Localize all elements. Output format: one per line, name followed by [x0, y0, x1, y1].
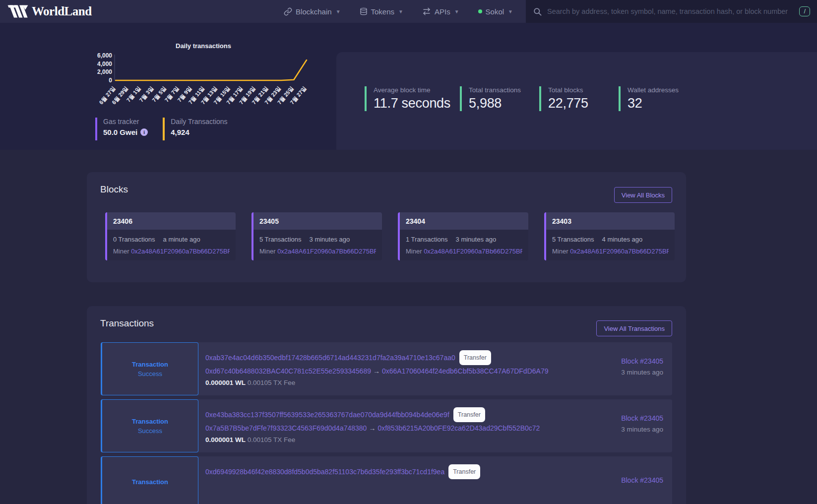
transaction-status: Success [138, 427, 162, 435]
search-bar: / [526, 0, 817, 23]
transaction-hash-link[interactable]: 0xe43ba383cc137f3507ff5639533e265363767d… [205, 411, 449, 419]
transaction-block-link[interactable]: Block #23405 [621, 414, 663, 422]
stat-label: Average block time [374, 86, 450, 94]
transaction-hash-link[interactable]: 0xd6949928b46f42e8830d8fd5b0d5ba82f51103… [205, 468, 444, 476]
miner-label: Miner [406, 248, 422, 255]
block-age: 3 minutes ago [456, 236, 497, 243]
nav-menu-apis[interactable]: APIs ▼ [422, 7, 459, 16]
mini-stats: Gas tracker 50.0 Gwei i Daily Transactio… [95, 118, 228, 140]
block-number-link[interactable]: 23405 [259, 217, 279, 225]
stat-wallet-addresses: Wallet addresses 32 [619, 86, 679, 111]
transactions-panel: Transactions View All Transactions Trans… [87, 306, 686, 504]
transaction-age: 3 minutes ago [621, 426, 663, 433]
transaction-row: Transaction 0xd6949928b46f42e8830d8fd5b0… [101, 456, 672, 504]
daily-transactions-chart-plot: 02,0004,0006,0006월 27일6월 29일7월 1일7월 3일7월… [94, 51, 313, 118]
transaction-row: Transaction Success 0xe43ba383cc137f3507… [101, 399, 672, 452]
brand-logo[interactable]: WorldLand [0, 4, 92, 19]
transaction-status: Success [138, 370, 162, 378]
search-input[interactable] [547, 7, 794, 15]
miner-address-link[interactable]: 0x2a48A61F20960a7Bb66D275BF... [424, 248, 522, 255]
from-address-link[interactable]: 0xd67c40b6488032BAC40C781c52E55e25933456… [205, 367, 371, 375]
to-address-link[interactable]: 0x66A17060464f24edb6Cbf5b38CC47A67DFdD6A… [382, 367, 548, 375]
miner-address-link[interactable]: 0x2a48A61F20960a7Bb66D275BF... [131, 248, 230, 255]
daily-transactions-stat: Daily Transactions 4,924 [163, 118, 227, 140]
chevron-down-icon: ▼ [398, 9, 403, 14]
block-tx-count: 0 Transactions [113, 236, 155, 243]
to-address-link[interactable]: 0xf853b6215A20b0FE92ca62D43ad29Cbf552B0c… [377, 424, 540, 432]
block-age: a minute ago [163, 236, 200, 243]
svg-text:2,000: 2,000 [97, 68, 112, 75]
miner-address-link[interactable]: 0x2a48A61F20960a7Bb66D275BF... [277, 248, 376, 255]
info-icon[interactable]: i [140, 128, 148, 136]
transaction-status-box: Transaction [101, 456, 198, 504]
nav-menus: Blockchain ▼ Tokens ▼ APIs ▼ Sokol ▼ [284, 7, 526, 16]
stat-value: 11.7 seconds [374, 96, 450, 111]
miner-address-link[interactable]: 0x2a48A61F20960a7Bb66D275BF... [570, 248, 669, 255]
nav-menu-label: Sokol [486, 7, 504, 16]
transaction-hash-link[interactable]: 0xab37e4ac04d6b350edbf17428b665d6714ad44… [205, 354, 455, 362]
sliders-icon [422, 7, 431, 16]
network-stats-panel: Average block time 11.7 seconds Total tr… [336, 52, 817, 150]
block-card: 23404 1 Transactions 3 minutes ago Miner… [398, 212, 528, 260]
transaction-block-link[interactable]: Block #23405 [621, 357, 663, 365]
stat-value: 5,988 [469, 96, 521, 111]
nav-menu-label: Tokens [371, 7, 395, 16]
hero-section: Daily transactions 02,0004,0006,0006월 27… [0, 23, 817, 150]
nav-menu-network-sokol[interactable]: Sokol ▼ [478, 7, 513, 16]
transaction-block-link[interactable]: Block #23405 [621, 476, 663, 484]
chain-icon [284, 7, 292, 16]
block-number-link[interactable]: 23404 [406, 217, 425, 225]
stat-total-blocks: Total blocks 22,775 [539, 86, 588, 111]
block-tx-count: 5 Transactions [552, 236, 594, 243]
brand-name: WorldLand [32, 4, 92, 18]
gas-tracker-value: 50.0 Gwei [103, 128, 137, 136]
transfer-badge: Transfer [448, 464, 480, 479]
svg-text:4,000: 4,000 [97, 61, 112, 67]
transaction-status-box: Transaction Success [101, 342, 198, 395]
stat-value: 32 [628, 96, 679, 111]
search-icon [533, 7, 542, 16]
chevron-down-icon: ▼ [454, 9, 459, 14]
from-address-link[interactable]: 0x7a5B7B5be7dFfe7f93323C4563F69d0d4a7483… [205, 424, 367, 432]
stat-label: Total blocks [548, 86, 588, 94]
transfer-badge: Transfer [453, 407, 485, 422]
blocks-panel-title: Blocks [100, 184, 128, 195]
transaction-status-box: Transaction Success [101, 399, 198, 452]
miner-label: Miner [259, 248, 276, 255]
gas-tracker-label: Gas tracker [103, 118, 148, 126]
view-all-blocks-button[interactable]: View All Blocks [614, 187, 672, 203]
view-all-transactions-button[interactable]: View All Transactions [596, 320, 672, 336]
transaction-value: 0.000001 WL [205, 379, 246, 386]
arrow-right-icon: → [367, 424, 377, 432]
nav-menu-label: Blockchain [296, 7, 332, 16]
daily-transactions-chart: Daily transactions 02,0004,0006,0006월 27… [94, 42, 313, 118]
block-card: 23406 0 Transactions a minute ago Miner … [105, 212, 236, 260]
page: WorldLand Blockchain ▼ Tokens ▼ APIs ▼ S… [0, 0, 817, 504]
block-tx-count: 5 Transactions [259, 236, 302, 243]
blocks-panel: Blocks View All Blocks 23406 0 Transacti… [87, 172, 686, 282]
search-shortcut-badge: / [799, 6, 810, 16]
transaction-fee: 0.00105 TX Fee [248, 436, 296, 443]
navbar: WorldLand Blockchain ▼ Tokens ▼ APIs ▼ S… [0, 0, 817, 23]
nav-menu-tokens[interactable]: Tokens ▼ [360, 7, 403, 16]
block-number-link[interactable]: 23403 [552, 217, 571, 225]
miner-label: Miner [113, 248, 129, 255]
gas-tracker-stat: Gas tracker 50.0 Gwei i [95, 118, 148, 140]
block-tx-count: 1 Transactions [406, 236, 448, 243]
svg-text:0: 0 [109, 77, 112, 84]
stat-average-block-time: Average block time 11.7 seconds [365, 86, 450, 111]
stat-label: Wallet addresses [628, 86, 679, 94]
worldland-logo-icon [7, 4, 29, 19]
stat-total-transactions: Total transactions 5,988 [460, 86, 521, 111]
stat-value: 22,775 [548, 96, 588, 111]
block-card: 23405 5 Transactions 3 minutes ago Miner… [251, 212, 382, 260]
svg-text:6,000: 6,000 [97, 52, 112, 59]
transfer-badge: Transfer [459, 350, 491, 365]
transaction-age: 3 minutes ago [621, 369, 663, 376]
daily-transactions-value: 4,924 [171, 128, 189, 136]
transaction-type-label: Transaction [132, 418, 168, 425]
block-number-link[interactable]: 23406 [113, 217, 132, 225]
nav-menu-blockchain[interactable]: Blockchain ▼ [284, 7, 340, 16]
nav-menu-label: APIs [435, 7, 450, 16]
chevron-down-icon: ▼ [336, 9, 341, 14]
